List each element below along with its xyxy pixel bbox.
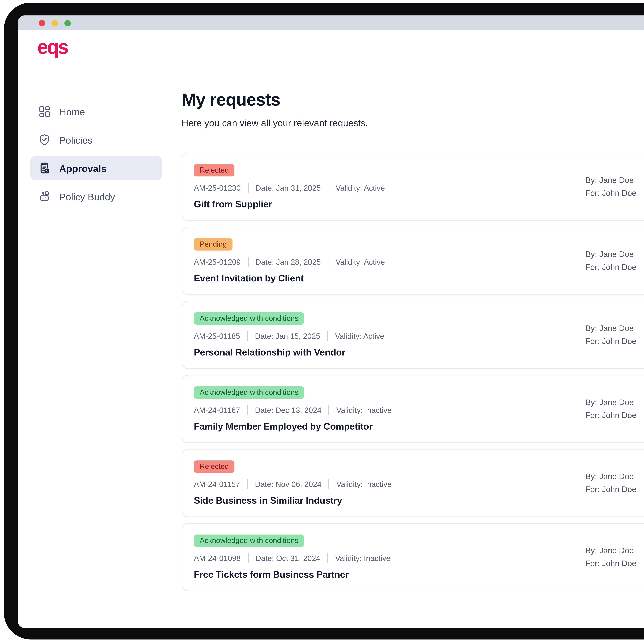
request-meta: AM-24-01098 Date: Oct 31, 2024 Validity:… [194,553,390,563]
content-header: My requests Here you can view all your r… [182,90,644,128]
request-by: By: Jane Doe [585,248,644,261]
robot-icon [38,190,51,203]
request-title: Personal Relationship with Vendor [194,347,345,358]
main-layout: Home Policies Approvals Policy Buddy My … [18,64,644,628]
sidebar-item-policies[interactable]: Policies [30,128,162,152]
content-area: My requests Here you can view all your r… [182,64,644,628]
meta-divider [328,257,329,267]
request-by: By: Jane Doe [585,470,644,483]
status-badge: Rejected [194,460,235,473]
request-validity: Validity: Inactive [335,554,390,563]
request-summary: Acknowledged with conditions AM-25-01185… [194,312,585,358]
request-validity: Validity: Inactive [336,406,392,415]
request-id: AM-25-01209 [194,257,241,266]
request-by: By: Jane Doe [585,322,644,335]
request-for: For: John Doe [585,483,644,496]
request-id: AM-24-01157 [194,480,240,489]
request-date: Date: Dec 13, 2024 [255,406,321,415]
shield-check-icon [38,133,51,146]
zoom-window-button[interactable] [64,20,71,26]
sidebar-item-label: Approvals [59,163,107,174]
request-meta: AM-25-01185 Date: Jan 15, 2025 Validity:… [194,331,384,341]
meta-divider [247,331,248,341]
request-card[interactable]: Rejected AM-24-01157 Date: Nov 06, 2024 … [182,449,644,517]
status-badge: Rejected [194,164,235,177]
request-people: By: Jane Doe For: John Doe [585,470,644,496]
request-for: For: John Doe [585,557,644,570]
sidebar-item-label: Policy Buddy [59,191,115,202]
meta-divider [328,183,329,193]
request-for: For: John Doe [585,261,644,274]
request-meta: AM-25-01209 Date: Jan 28, 2025 Validity:… [194,257,385,267]
request-title: Free Tickets form Business Partner [194,569,349,580]
eqs-logo[interactable]: eqs [37,37,68,57]
request-people: By: Jane Doe For: John Doe [585,322,644,348]
meta-divider [248,553,248,563]
request-summary: Acknowledged with conditions AM-24-01098… [194,534,585,580]
meta-divider [248,183,248,193]
sidebar-item-label: Policies [59,134,92,145]
request-for: For: John Doe [585,409,644,422]
request-people: By: Jane Doe For: John Doe [585,248,644,274]
request-date: Date: Jan 28, 2025 [256,257,321,266]
minimize-window-button[interactable] [52,20,58,26]
device-frame: eqs Jane Doe Home Policies Approvals Pol… [4,3,644,639]
request-meta: AM-25-01230 Date: Jan 31, 2025 Validity:… [194,183,385,193]
clipboard-check-icon [38,162,51,175]
request-by: By: Jane Doe [585,544,644,557]
request-date: Date: Jan 15, 2025 [255,332,320,341]
request-id: AM-25-01230 [194,183,241,192]
meta-divider [247,479,248,489]
request-by: By: Jane Doe [585,396,644,409]
request-id: AM-24-01167 [194,406,240,415]
screenshot-stage: eqs Jane Doe Home Policies Approvals Pol… [0,0,644,644]
request-summary: Rejected AM-25-01230 Date: Jan 31, 2025 … [194,164,585,210]
request-date: Date: Jan 31, 2025 [256,183,321,192]
page-title: My requests [182,90,368,110]
sidebar-item-policy-buddy[interactable]: Policy Buddy [30,184,162,209]
request-id: AM-24-01098 [194,554,241,563]
status-badge: Acknowledged with conditions [194,534,304,547]
sidebar-item-home[interactable]: Home [30,99,162,124]
status-badge: Acknowledged with conditions [194,312,304,325]
macos-titlebar [18,15,644,30]
request-title: Family Member Employed by Competitor [194,421,373,432]
meta-divider [247,405,248,415]
request-for: For: John Doe [585,335,644,348]
request-title: Event Invitation by Client [194,273,304,283]
meta-divider [248,257,248,267]
request-card[interactable]: Acknowledged with conditions AM-24-01167… [182,375,644,443]
request-validity: Validity: Inactive [336,480,392,489]
title-block: My requests Here you can view all your r… [182,90,368,128]
request-card[interactable]: Acknowledged with conditions AM-25-01185… [182,301,644,369]
request-by: By: Jane Doe [585,174,644,187]
sidebar-item-approvals[interactable]: Approvals [30,156,162,180]
app-header: eqs Jane Doe [18,30,644,64]
request-date: Date: Oct 31, 2024 [256,554,320,563]
request-card[interactable]: Pending AM-25-01209 Date: Jan 28, 2025 V… [182,227,644,295]
request-card[interactable]: Rejected AM-25-01230 Date: Jan 31, 2025 … [182,153,644,221]
request-meta: AM-24-01157 Date: Nov 06, 2024 Validity:… [194,479,392,489]
request-people: By: Jane Doe For: John Doe [585,544,644,570]
request-people: By: Jane Doe For: John Doe [585,174,644,200]
browser-window: eqs Jane Doe Home Policies Approvals Pol… [18,15,644,628]
meta-divider [329,405,329,415]
request-title: Side Business in Similiar Industry [194,495,342,506]
request-summary: Acknowledged with conditions AM-24-01167… [194,386,585,432]
request-validity: Validity: Active [336,257,385,266]
request-validity: Validity: Active [336,183,385,192]
request-id: AM-25-01185 [194,332,240,341]
request-summary: Pending AM-25-01209 Date: Jan 28, 2025 V… [194,238,585,284]
request-for: For: John Doe [585,187,644,200]
close-window-button[interactable] [39,20,45,26]
sidebar-item-label: Home [59,106,85,117]
request-date: Date: Nov 06, 2024 [255,480,321,489]
request-title: Gift from Supplier [194,199,272,209]
status-badge: Pending [194,238,233,251]
meta-divider [329,479,329,489]
home-dashboard-icon [38,105,51,118]
request-meta: AM-24-01167 Date: Dec 13, 2024 Validity:… [194,405,392,415]
request-summary: Rejected AM-24-01157 Date: Nov 06, 2024 … [194,460,585,506]
meta-divider [327,553,328,563]
request-card[interactable]: Acknowledged with conditions AM-24-01098… [182,523,644,591]
